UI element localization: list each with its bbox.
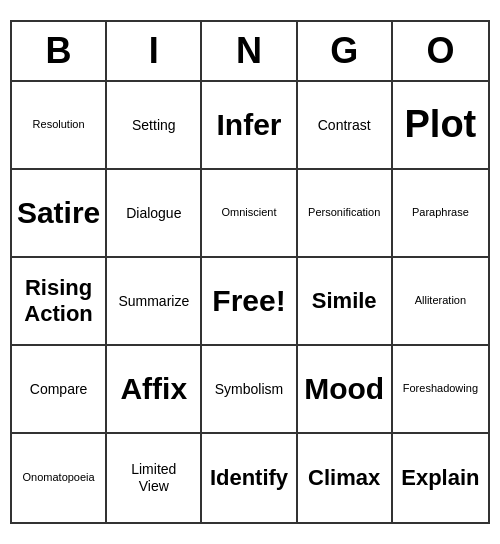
header-letter: G — [298, 22, 393, 80]
cell-text: Explain — [401, 465, 479, 491]
cell-text: Satire — [17, 195, 100, 231]
cell-text: Symbolism — [215, 381, 283, 398]
cell-text: Contrast — [318, 117, 371, 134]
cell-text: Identify — [210, 465, 288, 491]
header-letter: O — [393, 22, 488, 80]
cell-text: LimitedView — [131, 461, 176, 495]
cell-text: Personification — [308, 206, 380, 219]
bingo-cell: Foreshadowing — [393, 346, 488, 434]
bingo-header: BINGO — [12, 22, 488, 82]
bingo-grid: ResolutionSettingInferContrastPlotSatire… — [12, 82, 488, 522]
cell-text: Dialogue — [126, 205, 181, 222]
cell-text: Plot — [405, 102, 477, 148]
cell-text: Free! — [212, 283, 285, 319]
cell-text: Mood — [304, 371, 384, 407]
bingo-cell: Climax — [298, 434, 393, 522]
bingo-cell: Compare — [12, 346, 107, 434]
bingo-cell: Satire — [12, 170, 107, 258]
bingo-card: BINGO ResolutionSettingInferContrastPlot… — [10, 20, 490, 524]
bingo-cell: Personification — [298, 170, 393, 258]
bingo-cell: Identify — [202, 434, 297, 522]
cell-text: Compare — [30, 381, 88, 398]
header-letter: I — [107, 22, 202, 80]
bingo-cell: RisingAction — [12, 258, 107, 346]
cell-text: Omniscient — [221, 206, 276, 219]
cell-text: Infer — [216, 107, 281, 143]
bingo-cell: LimitedView — [107, 434, 202, 522]
cell-text: Alliteration — [415, 294, 466, 307]
cell-text: Affix — [120, 371, 187, 407]
bingo-cell: Resolution — [12, 82, 107, 170]
bingo-cell: Free! — [202, 258, 297, 346]
bingo-cell: Affix — [107, 346, 202, 434]
bingo-cell: Summarize — [107, 258, 202, 346]
header-letter: N — [202, 22, 297, 80]
bingo-cell: Dialogue — [107, 170, 202, 258]
bingo-cell: Simile — [298, 258, 393, 346]
cell-text: Resolution — [33, 118, 85, 131]
bingo-cell: Setting — [107, 82, 202, 170]
bingo-cell: Contrast — [298, 82, 393, 170]
header-letter: B — [12, 22, 107, 80]
cell-text: RisingAction — [24, 275, 92, 328]
bingo-cell: Paraphrase — [393, 170, 488, 258]
cell-text: Paraphrase — [412, 206, 469, 219]
cell-text: Simile — [312, 288, 377, 314]
cell-text: Setting — [132, 117, 176, 134]
bingo-cell: Plot — [393, 82, 488, 170]
bingo-cell: Mood — [298, 346, 393, 434]
bingo-cell: Explain — [393, 434, 488, 522]
bingo-cell: Alliteration — [393, 258, 488, 346]
cell-text: Foreshadowing — [403, 382, 478, 395]
bingo-cell: Omniscient — [202, 170, 297, 258]
bingo-cell: Symbolism — [202, 346, 297, 434]
cell-text: Climax — [308, 465, 380, 491]
bingo-cell: Infer — [202, 82, 297, 170]
cell-text: Summarize — [118, 293, 189, 310]
cell-text: Onomatopoeia — [23, 471, 95, 484]
bingo-cell: Onomatopoeia — [12, 434, 107, 522]
